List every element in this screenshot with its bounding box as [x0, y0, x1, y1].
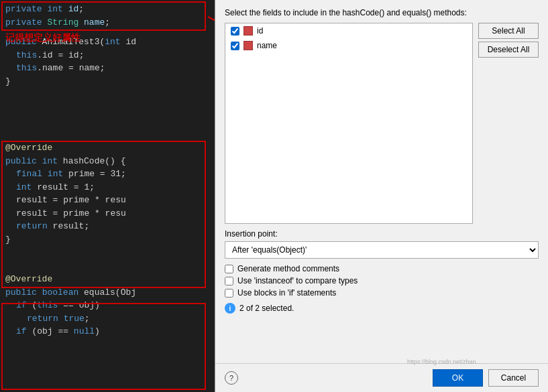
check-row-1: Use 'instanceof' to compare types	[225, 276, 539, 285]
select-all-button[interactable]: Select All	[478, 23, 539, 39]
field-checkbox-id[interactable]	[231, 27, 239, 36]
field-icon-name	[243, 41, 253, 50]
dialog-footer: ? OK Cancel	[215, 363, 548, 392]
check-label-2: Use blocks in 'if' statements	[237, 288, 336, 298]
fields-list: id name	[225, 23, 473, 224]
check-label-1: Use 'instanceof' to compare types	[237, 276, 358, 285]
check-label-0: Generate method comments	[237, 264, 339, 273]
field-item-id: id	[225, 23, 472, 38]
insertion-label: Insertion point:	[225, 229, 539, 239]
check-instanceof[interactable]	[225, 277, 233, 285]
check-blocks[interactable]	[225, 289, 233, 298]
ok-button[interactable]: OK	[433, 369, 483, 387]
watermark: https://blog.csdn.net/zhan...	[407, 358, 481, 365]
insertion-select[interactable]: After 'equals(Object)'	[225, 241, 539, 259]
info-icon: i	[225, 303, 235, 314]
cancel-button[interactable]: Cancel	[488, 369, 539, 387]
field-checkbox-name[interactable]	[231, 42, 239, 50]
checkboxes-section: Generate method comments Use 'instanceof…	[225, 264, 539, 298]
annotation-cn1: 记得想定义好属性	[5, 32, 80, 44]
deselect-all-button[interactable]: Deselect All	[478, 42, 539, 58]
status-bar: i 2 of 2 selected.	[225, 303, 539, 314]
hashcode-equals-dialog: Select the fields to include in the hash…	[215, 0, 548, 392]
check-row-2: Use blocks in 'if' statements	[225, 288, 539, 298]
check-generate-comments[interactable]	[225, 265, 233, 273]
dialog-title: Select the fields to include in the hash…	[215, 0, 548, 23]
field-name-name: name	[257, 41, 277, 50]
check-row-0: Generate method comments	[225, 264, 539, 273]
help-button[interactable]: ?	[225, 371, 238, 385]
status-text: 2 of 2 selected.	[239, 304, 294, 313]
field-name-id: id	[257, 26, 263, 36]
insertion-section: Insertion point: After 'equals(Object)'	[225, 229, 539, 259]
field-icon-id	[243, 26, 253, 36]
field-item-name: name	[225, 38, 472, 53]
code-editor: private int id; private String name; pub…	[0, 0, 215, 392]
